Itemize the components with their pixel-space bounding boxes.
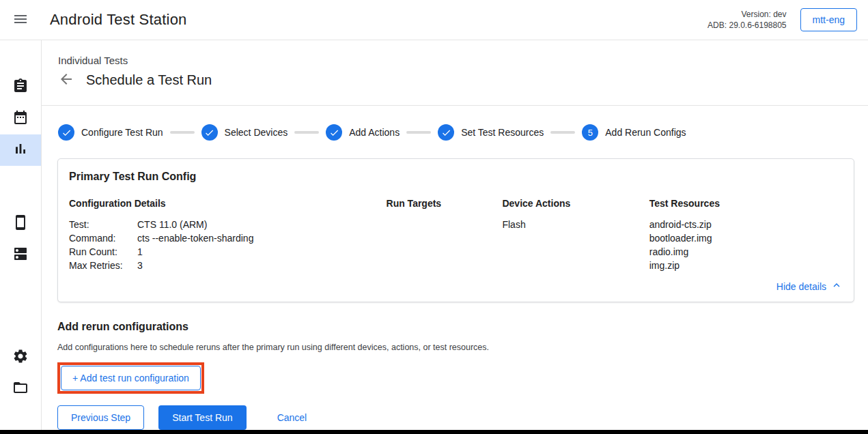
sidebar-item-devices[interactable] xyxy=(0,208,41,240)
sidebar-item-settings[interactable] xyxy=(0,342,41,373)
calendar-icon xyxy=(12,109,29,128)
check-circle-icon xyxy=(326,124,342,141)
step-add-rerun-configs[interactable]: 5 Add Rerun Configs xyxy=(582,124,686,141)
sidebar-nav xyxy=(0,40,42,430)
user-account-button[interactable]: mtt-eng xyxy=(800,8,857,31)
page-title-section: Individual Tests Schedule a Test Run xyxy=(42,40,868,106)
sidebar-item-hosts[interactable] xyxy=(0,240,41,271)
test-resources-column: Test Resources android-cts.zip bootloade… xyxy=(649,198,843,272)
stepper: Configure Test Run Select Devices Add Ac… xyxy=(42,106,868,141)
cancel-button[interactable]: Cancel xyxy=(270,406,314,429)
back-arrow-icon xyxy=(58,71,74,89)
annotation-highlight-box: + Add test run configuration xyxy=(57,362,204,394)
test-resource-item: img.zip xyxy=(649,259,843,272)
step-label: Set Test Resources xyxy=(461,127,544,138)
app-title: Android Test Station xyxy=(50,11,187,29)
check-circle-icon xyxy=(58,124,74,141)
version-line: Version: dev xyxy=(708,9,786,20)
step-connector xyxy=(406,131,431,134)
column-header: Configuration Details xyxy=(69,198,387,209)
page-title: Schedule a Test Run xyxy=(86,72,212,88)
test-resource-item: android-cts.zip xyxy=(649,218,843,231)
breadcrumb: Individual Tests xyxy=(58,55,852,66)
sidebar-item-test-plans[interactable] xyxy=(0,103,41,134)
app-header: Android Test Station Version: dev ADB: 2… xyxy=(0,0,868,40)
clipboard-icon xyxy=(12,78,29,97)
step-label: Add Actions xyxy=(349,127,400,138)
bottom-edge-bar xyxy=(0,430,868,434)
column-header: Run Targets xyxy=(387,198,503,209)
card-title: Primary Test Run Config xyxy=(69,171,843,183)
add-test-run-configuration-button[interactable]: + Add test run configuration xyxy=(61,366,201,390)
hamburger-menu-button[interactable] xyxy=(0,0,41,40)
check-circle-icon xyxy=(201,124,218,141)
step-number-circle: 5 xyxy=(582,124,598,141)
step-add-actions[interactable]: Add Actions xyxy=(326,124,400,141)
sidebar-item-test-runs[interactable] xyxy=(0,134,41,166)
rerun-description: Add configurations here to schedule reru… xyxy=(57,343,852,352)
bar-chart-icon xyxy=(12,141,29,160)
step-configure-test-run[interactable]: Configure Test Run xyxy=(58,124,163,141)
hamburger-icon xyxy=(12,11,29,29)
sidebar-item-file-browser[interactable] xyxy=(0,373,41,405)
configuration-details-column: Configuration Details Test: CTS 11.0 (AR… xyxy=(69,198,387,272)
test-resource-item: bootloader.img xyxy=(649,231,843,245)
step-connector xyxy=(170,131,195,134)
step-label: Configure Test Run xyxy=(81,127,163,138)
previous-step-button[interactable]: Previous Step xyxy=(57,405,144,430)
folder-icon xyxy=(12,379,29,399)
adb-version-line: ADB: 29.0.6-6198805 xyxy=(708,20,786,31)
back-button[interactable] xyxy=(58,72,74,88)
device-action-item: Flash xyxy=(502,218,649,231)
step-connector xyxy=(294,131,319,134)
check-circle-icon xyxy=(438,124,454,141)
test-resource-item: radio.img xyxy=(649,245,843,259)
chevron-up-icon xyxy=(826,279,843,293)
gear-icon xyxy=(12,348,29,367)
step-label: Select Devices xyxy=(225,127,288,138)
storage-icon xyxy=(12,246,29,265)
rerun-section: Add rerun configurations Add configurati… xyxy=(42,302,868,394)
column-header: Device Actions xyxy=(502,198,649,209)
version-info: Version: dev ADB: 29.0.6-6198805 xyxy=(708,9,786,31)
rerun-heading: Add rerun configurations xyxy=(57,321,852,333)
step-label: Add Rerun Configs xyxy=(605,127,686,138)
device-actions-column: Device Actions Flash xyxy=(502,198,649,272)
wizard-actions: Previous Step Start Test Run Cancel xyxy=(42,394,868,430)
run-targets-column: Run Targets xyxy=(387,198,503,272)
step-set-test-resources[interactable]: Set Test Resources xyxy=(438,124,544,141)
step-connector xyxy=(550,131,575,134)
detail-row: Test: CTS 11.0 (ARM) xyxy=(69,218,387,231)
detail-row: Command: cts --enable-token-sharding xyxy=(69,231,387,245)
primary-config-card: Primary Test Run Config Configuration De… xyxy=(57,158,854,302)
detail-row: Run Count: 1 xyxy=(69,245,387,259)
detail-row: Max Retries: 3 xyxy=(69,259,387,272)
column-header: Test Resources xyxy=(649,198,843,209)
step-select-devices[interactable]: Select Devices xyxy=(201,124,288,141)
hide-details-link[interactable]: Hide details xyxy=(776,279,843,293)
smartphone-icon xyxy=(12,214,29,233)
start-test-run-button[interactable]: Start Test Run xyxy=(158,405,246,430)
sidebar-item-test-suites[interactable] xyxy=(0,72,41,103)
